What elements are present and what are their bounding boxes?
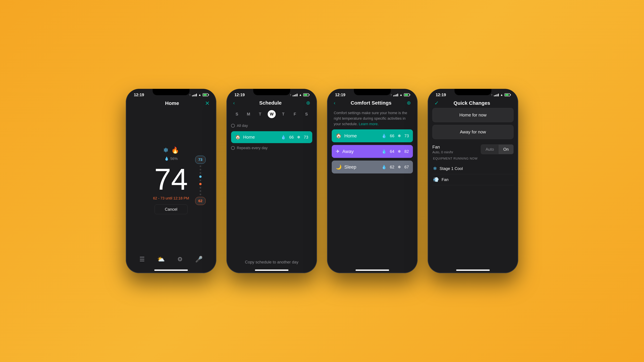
phone-quick-changes: 12:19 ↑ ▲ ✓ Quick Chan: [428, 89, 518, 273]
bar3: [195, 94, 196, 96]
cbar4: [397, 94, 398, 96]
day-tue[interactable]: T: [256, 110, 264, 118]
comfort-sleep-item[interactable]: 🌙 Sleep 💧 62 ❄ 67: [332, 161, 413, 173]
status-time-1: 12:19: [134, 92, 144, 97]
schedule-home-name: Home: [243, 135, 255, 140]
signal-bars-3: [393, 93, 398, 96]
comfort-home-cool-icon: ❄: [398, 134, 401, 138]
away-for-now-button[interactable]: Away for now: [432, 125, 514, 139]
close-button-1[interactable]: ✕: [205, 100, 210, 107]
copy-schedule[interactable]: Copy schedule to another day: [227, 256, 316, 268]
check-button-4[interactable]: ✓: [434, 100, 439, 106]
fan-equipment-icon: 💨: [433, 177, 439, 182]
home-indicator-1: [154, 270, 188, 271]
comfort-home-item[interactable]: 🏠 Home 💧 66 ❄ 73: [332, 129, 413, 142]
day-circle-thu: T: [279, 110, 287, 118]
nav-bar-2: ‹ Schedule ⊕: [227, 98, 316, 107]
nav-title-2: Schedule: [259, 100, 282, 106]
home-indicator-2: [255, 270, 288, 271]
equipment-item-cool: ❄ Stage 1 Cool: [432, 163, 514, 174]
status-time-3: 12:19: [335, 92, 345, 97]
slider-dot-active-cool[interactable]: [199, 175, 202, 178]
nav-bar-3: ‹ Comfort Settings ⊕: [328, 98, 417, 107]
phones-container: 12:19 ↑ ▲ Home: [126, 89, 518, 273]
day-sun[interactable]: S: [233, 110, 241, 118]
settings-icon[interactable]: ⚙: [177, 256, 183, 263]
day-thu[interactable]: T: [279, 110, 287, 118]
battery-icon-3: [404, 93, 410, 96]
day-sat[interactable]: S: [302, 110, 310, 118]
battery-fill-4: [505, 94, 509, 96]
repeats-text: Repeats every day: [237, 146, 268, 150]
slider-dot-active-heat[interactable]: [199, 183, 202, 185]
wifi-icon-3: ▲: [400, 93, 402, 97]
schedule-heat-icon: 💧: [281, 135, 286, 140]
humidity-drop-icon: 💧: [164, 157, 169, 161]
slider-dot-1: [200, 165, 201, 167]
equipment-label: EQUIPMENT RUNNING NOW: [432, 157, 514, 160]
humidity-value: 56%: [170, 157, 178, 161]
fan-label: Fan: [432, 144, 453, 150]
all-day-radio[interactable]: [231, 124, 235, 128]
fan-row: Fan Auto, 0 min/hr Auto On: [432, 142, 514, 157]
bar4: [196, 94, 197, 96]
comfort-sleep-cool-icon: ❄: [398, 165, 401, 169]
mode-icons: ❄ 🔥: [163, 146, 179, 154]
day-circle-tue: T: [256, 110, 264, 118]
fan-sublabel: Auto, 0 min/hr: [432, 150, 453, 154]
qbar1: [494, 95, 495, 96]
cancel-button[interactable]: Cancel: [155, 204, 188, 214]
comfort-away-icon: ✈: [336, 149, 340, 154]
all-day-row: All day: [231, 123, 312, 128]
learn-more-link[interactable]: Learn more.: [359, 122, 379, 126]
comfort-away-cool: 82: [404, 149, 409, 154]
screen-3: 12:19 ↑ ▲ ‹ Comfort Se: [328, 89, 417, 273]
repeats-radio[interactable]: [231, 146, 235, 150]
comfort-home-cool: 73: [404, 134, 409, 138]
sbar3: [295, 94, 296, 96]
status-time-2: 12:19: [234, 92, 245, 97]
fan-auto-button[interactable]: Auto: [481, 145, 498, 154]
schedule-home-icon: 🏠: [235, 135, 240, 140]
home-for-now-button[interactable]: Home for now: [432, 108, 514, 122]
fan-equipment-name: Fan: [442, 177, 448, 182]
back-button-2[interactable]: ‹: [233, 100, 235, 106]
add-button-2[interactable]: ⊕: [306, 100, 310, 106]
day-mon[interactable]: M: [244, 110, 252, 118]
wifi-icon-1: ▲: [198, 93, 201, 97]
day-selector: S M T W T F: [227, 107, 316, 121]
signal-bars-4: [494, 93, 499, 96]
day-fri[interactable]: F: [291, 110, 299, 118]
qbar3: [496, 94, 498, 96]
slider-track: 73 62: [195, 156, 206, 205]
battery-fill-1: [203, 94, 207, 96]
nav-title-1: Home: [165, 100, 179, 106]
fan-on-button[interactable]: On: [498, 145, 513, 154]
notch-2: [253, 89, 290, 95]
nav-title-4: Quick Changes: [454, 100, 490, 106]
comfort-description: Comfort settings make sure your home is …: [332, 107, 413, 129]
bar2: [193, 95, 194, 96]
add-button-3[interactable]: ⊕: [407, 100, 411, 106]
comfort-home-name: Home: [344, 133, 357, 139]
schedule-item-right: 💧 66 ❄ 73: [281, 135, 308, 140]
repeats-row: Repeats every day: [231, 146, 312, 150]
notch-3: [354, 89, 391, 95]
mic-icon[interactable]: 🎤: [195, 256, 203, 263]
menu-icon[interactable]: ☰: [139, 256, 145, 263]
slider-dot-7: [200, 194, 201, 195]
battery-icon-4: [504, 93, 510, 96]
phone-comfort: 12:19 ↑ ▲ ‹ Comfort Se: [327, 89, 418, 273]
sbar4: [297, 94, 298, 96]
comfort-sleep-heat: 62: [390, 165, 394, 169]
day-wed[interactable]: W: [268, 110, 276, 118]
slider-dot-5: [200, 187, 201, 189]
phone-home: 12:19 ↑ ▲ Home: [126, 89, 216, 273]
schedule-item-home[interactable]: 🏠 Home 💧 66 ❄ 73: [231, 131, 312, 143]
home-indicator-3: [356, 270, 389, 271]
back-button-3[interactable]: ‹: [334, 100, 336, 106]
comfort-away-item[interactable]: ✈ Away 💧 64 ❄ 82: [332, 145, 413, 158]
weather-icon[interactable]: ⛅: [157, 256, 165, 263]
screen-1: 12:19 ↑ ▲ Home: [126, 89, 216, 273]
home-indicator-4: [456, 270, 490, 271]
